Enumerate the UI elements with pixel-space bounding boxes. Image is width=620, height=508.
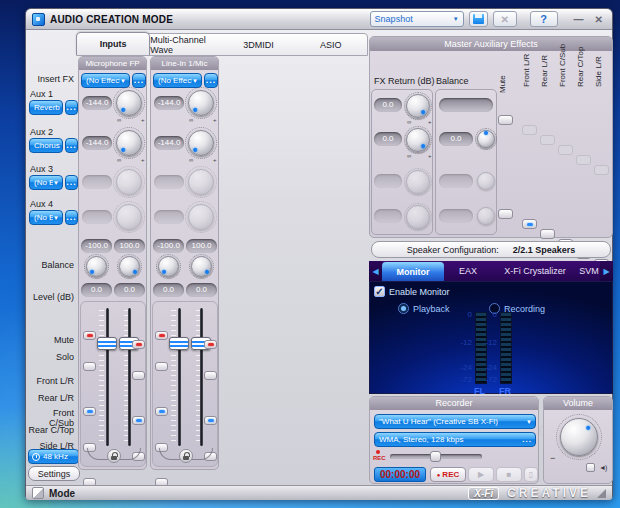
mode-icon[interactable] <box>32 487 44 499</box>
fader-track-left[interactable] <box>178 308 181 446</box>
front-lr-column-label: Front L/R <box>522 41 531 87</box>
aux1-send-knob[interactable] <box>116 90 142 116</box>
gang-lock-button[interactable] <box>107 449 121 463</box>
creative-logo: CREATIVE <box>507 486 591 500</box>
route-front-lr-button[interactable] <box>522 219 537 229</box>
balance-left-knob[interactable] <box>86 256 107 277</box>
mute-right-button[interactable] <box>204 340 217 349</box>
record-button[interactable]: ●REC <box>430 467 466 482</box>
aux2-effect-dropdown[interactable]: Chorus <box>29 138 63 153</box>
knob-min-label: ∞ <box>117 117 121 123</box>
chevron-down-icon: ▼ <box>526 419 535 425</box>
scroll-right-icon[interactable]: ▶ <box>600 261 613 281</box>
aux1-send-knob[interactable] <box>188 90 214 116</box>
route-front-lr-button <box>522 125 537 135</box>
tab-svm[interactable]: SVM <box>578 261 600 281</box>
front-lr-right-button[interactable] <box>132 416 145 425</box>
fader-track-left[interactable] <box>106 308 109 446</box>
recorder-format-dropdown[interactable]: WMA, Stereo, 128 kbps ... <box>374 432 536 447</box>
fader-track-right[interactable] <box>200 308 203 446</box>
title-bar: AUDIO CREATION MODE Snapshot ▼ ✕ ? — ✕ <box>26 9 612 30</box>
tab-inputs[interactable]: Inputs <box>76 32 150 55</box>
mute-column-label: Mute <box>498 47 507 93</box>
insert-fx-more-button[interactable]: ... <box>132 73 146 88</box>
tab-monitor[interactable]: Monitor <box>382 262 444 281</box>
mute-button[interactable] <box>498 115 513 125</box>
mute-left-button[interactable] <box>155 331 168 340</box>
speaker-configuration[interactable]: Speaker Configuration: 2/2.1 Speakers <box>371 241 611 258</box>
solo-right-button[interactable] <box>132 371 145 380</box>
balance-left-value: -100.0 <box>81 239 112 253</box>
aux4-effect-dropdown[interactable]: (No Effe...▼ <box>29 210 63 225</box>
volume-mute-checkbox[interactable] <box>586 463 595 472</box>
playback-radio[interactable] <box>398 303 409 314</box>
tab-3dmidi[interactable]: 3DMIDI <box>223 34 295 55</box>
meter-tick: 0 <box>479 310 497 319</box>
mode-button[interactable]: Mode <box>49 488 75 499</box>
fader-track-right[interactable] <box>128 308 131 446</box>
snapshot-dropdown[interactable]: Snapshot ▼ <box>370 11 464 27</box>
aux2-send-knob[interactable] <box>188 130 214 156</box>
close-button[interactable]: ✕ <box>592 14 606 25</box>
tab-asio[interactable]: ASIO <box>295 34 367 55</box>
rec-level-handle[interactable] <box>430 451 441 462</box>
aux1-more-button[interactable]: ... <box>65 100 78 115</box>
insert-fx-dropdown[interactable]: (No Effect)▼ <box>81 73 130 88</box>
aux4-send-value <box>82 210 112 224</box>
balance-right-knob[interactable] <box>119 256 140 277</box>
resize-grip[interactable] <box>597 489 606 498</box>
aux2-send-value: -144.0 <box>82 136 112 150</box>
mute-button[interactable] <box>498 209 513 219</box>
tab-xfi-crystalizer[interactable]: X-Fi Crystalizer <box>492 261 578 281</box>
mute-left-button[interactable] <box>83 331 96 340</box>
tab-multi-channel-wave[interactable]: Multi-Channel Wave <box>150 34 222 55</box>
insert-fx-more-button[interactable]: ... <box>204 73 218 88</box>
meter-front-right <box>500 312 512 384</box>
aux4-send-knob <box>188 204 214 230</box>
solo-right-button[interactable] <box>204 371 217 380</box>
enable-monitor-checkbox[interactable]: ✓ <box>374 286 385 297</box>
balance-left-knob[interactable] <box>158 256 179 277</box>
recorder-source-dropdown[interactable]: "What U Hear" (Creative SB X-Fi)▼ <box>374 414 536 429</box>
solo-label: Solo <box>28 352 74 362</box>
balance-left-value: -100.0 <box>153 239 184 253</box>
aux2-more-button[interactable]: ... <box>65 138 78 153</box>
fader-handle-left[interactable] <box>97 337 117 350</box>
front-lr-left-button[interactable] <box>83 407 96 416</box>
volume-knob[interactable] <box>560 418 598 456</box>
balance-knob <box>477 172 495 190</box>
sample-rate-button[interactable]: 48 kHz <box>28 449 79 464</box>
meter-tick: -12 <box>454 338 472 347</box>
volume-panel: Volume − ◄) <box>543 396 613 484</box>
gang-lock-button[interactable] <box>179 449 193 463</box>
solo-left-button[interactable] <box>155 362 168 371</box>
solo-left-button[interactable] <box>83 362 96 371</box>
route-rear-lr-button[interactable] <box>540 229 555 239</box>
fx-return-knob[interactable] <box>406 94 430 118</box>
insert-fx-dropdown[interactable]: (No Effect)▼ <box>153 73 202 88</box>
aux1-effect-dropdown[interactable]: Reverb <box>29 100 63 115</box>
aux3-more-button[interactable]: ... <box>65 175 78 190</box>
fx-return-value: 0.0 <box>374 132 402 146</box>
balance-right-knob[interactable] <box>191 256 212 277</box>
tab-eax[interactable]: EAX <box>444 261 492 281</box>
aux4-more-button[interactable]: ... <box>65 210 78 225</box>
aux2-send-knob[interactable] <box>116 130 142 156</box>
settings-button[interactable]: Settings <box>28 466 80 481</box>
balance-knob[interactable] <box>477 130 495 148</box>
meter-tick: -24 <box>454 363 472 372</box>
chevron-down-icon: ▼ <box>53 180 62 186</box>
knob-max-label: + <box>428 153 432 159</box>
app-icon <box>32 13 45 26</box>
fader-handle-left[interactable] <box>169 337 189 350</box>
snapshot-save-button[interactable] <box>469 11 488 27</box>
front-lr-right-button[interactable] <box>204 416 217 425</box>
front-lr-left-button[interactable] <box>155 407 168 416</box>
aux3-effect-dropdown[interactable]: (No Effe...▼ <box>29 175 63 190</box>
mute-right-button[interactable] <box>132 340 145 349</box>
tab-bar: Inputs Multi-Channel Wave 3DMIDI ASIO <box>76 33 368 56</box>
fx-return-knob[interactable] <box>406 128 430 152</box>
minimize-button[interactable]: — <box>571 14 587 25</box>
scroll-left-icon[interactable]: ◀ <box>369 261 382 281</box>
help-button[interactable]: ? <box>530 11 558 27</box>
